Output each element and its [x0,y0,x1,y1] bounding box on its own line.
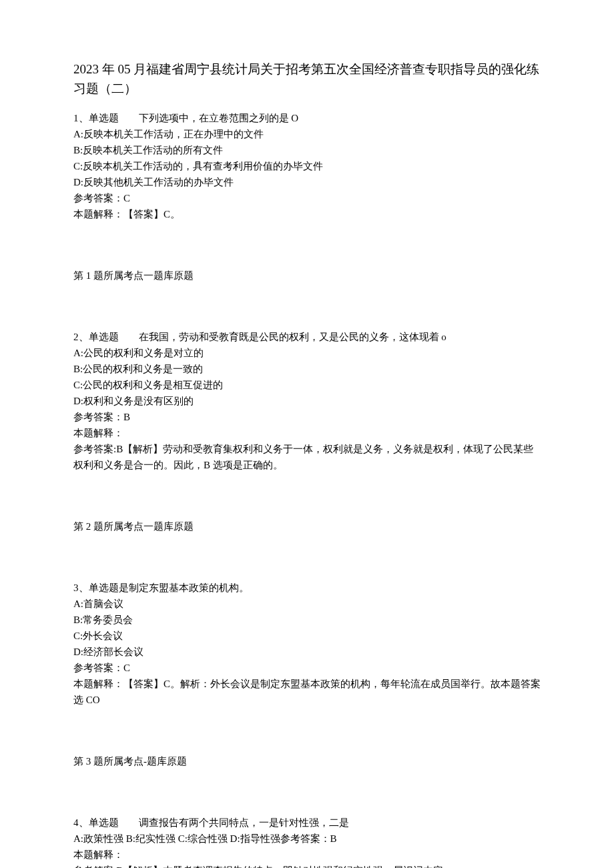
question-stem: 3、单选题是制定东盟基本政策的机构。 [73,580,541,596]
explanation-body: 参考答案:B【解析】本题考查调查报告的特点，即针对性强和纪实性强，属识记内容。 [73,863,541,868]
question-block: 1、单选题 下列选项中，在立卷范围之列的是 O A:反映本机关工作活动，正在办理… [73,110,541,222]
spacer [73,779,541,815]
question-stem: 4、单选题 调查报告有两个共同特点，一是针对性强，二是 [73,815,541,831]
spacer [73,482,541,518]
footer-text: 第 1 题所属考点一题库原题 [73,268,541,284]
question-footer: 第 3 题所属考点-题库原题 [73,753,541,769]
option-d: D:经济部长会议 [73,644,541,660]
explanation-label: 本题解释： [73,425,541,441]
question-stem: 2、单选题 在我国，劳动和受教育既是公民的权利，又是公民的义务，这体现着 o [73,329,541,345]
spacer [73,717,541,753]
question-block: 3、单选题是制定东盟基本政策的机构。 A:首脑会议 B:常务委员会 C:外长会议… [73,580,541,708]
question-stem: 1、单选题 下列选项中，在立卷范围之列的是 O [73,110,541,126]
option-c: C:外长会议 [73,628,541,644]
question-block: 2、单选题 在我国，劳动和受教育既是公民的权利，又是公民的义务，这体现着 o A… [73,329,541,473]
answer-label: 参考答案：C [73,190,541,206]
explanation-label: 本题解释： [73,847,541,863]
page-title: 2023 年 05 月福建省周宁县统计局关于招考第五次全国经济普查专职指导员的强… [73,60,541,98]
answer-label: 参考答案：B [73,409,541,425]
option-a: A:首脑会议 [73,596,541,612]
footer-text: 第 3 题所属考点-题库原题 [73,753,541,769]
footer-text: 第 2 题所属考点一题库原题 [73,518,541,534]
question-footer: 第 1 题所属考点一题库原题 [73,268,541,284]
option-c: C:公民的权利和义务是相互促进的 [73,377,541,393]
explanation: 本题解释：【答案】C。 [73,206,541,222]
explanation: 本题解释：【答案】C。解析：外长会议是制定东盟基本政策的机构，每年轮流在成员国举… [73,676,541,708]
answer-label: 参考答案：C [73,660,541,676]
spacer [73,232,541,268]
question-footer: 第 2 题所属考点一题库原题 [73,518,541,534]
option-b: B:常务委员会 [73,612,541,628]
option-b: B:反映本机关工作活动的所有文件 [73,142,541,158]
option-d: D:反映其他机关工作活动的办毕文件 [73,174,541,190]
explanation-body: 参考答案:B【解析】劳动和受教育集权利和义务于一体，权利就是义务，义务就是权利，… [73,441,541,473]
option-a: A:反映本机关工作活动，正在办理中的文件 [73,126,541,142]
option-c: C:反映本机关工作活动的，具有查考利用价值的办毕文件 [73,158,541,174]
option-a: A:公民的权利和义务是对立的 [73,345,541,361]
option-d: D:权利和义务是没有区别的 [73,393,541,409]
options-inline: A:政策性强 B:纪实性强 C:综合性强 D:指导性强参考答案：B [73,831,541,847]
spacer [73,544,541,580]
spacer [73,293,541,329]
option-b: B:公民的权利和义务是一致的 [73,361,541,377]
question-block: 4、单选题 调查报告有两个共同特点，一是针对性强，二是 A:政策性强 B:纪实性… [73,815,541,868]
